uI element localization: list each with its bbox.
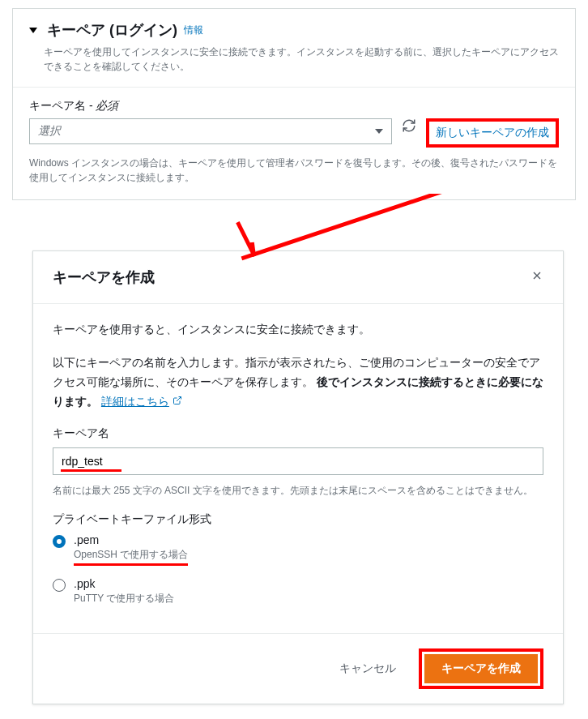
required-text: 必須: [96, 99, 118, 112]
file-format-radio-group: .pem OpenSSH で使用する場合 .ppk PuTTY で使用する場合: [53, 533, 543, 606]
modal-header: キーペアを作成: [33, 251, 563, 304]
annotation-highlight-create-btn: キーペアを作成: [419, 648, 543, 689]
radio-pem-desc: OpenSSH で使用する場合: [74, 548, 188, 562]
caret-down-icon[interactable]: [29, 28, 37, 33]
modal-title: キーペアを作成: [53, 267, 155, 287]
radio-pem-circle[interactable]: [53, 535, 66, 548]
field-label-text: キーペア名 -: [29, 99, 96, 112]
modal-instruction: 以下にキーペアの名前を入力します。指示が表示されたら、ご使用のコンピューターの安…: [53, 353, 543, 411]
info-link[interactable]: 情報: [184, 24, 203, 37]
keypair-name-input[interactable]: [53, 447, 543, 475]
keypair-name-label: キーペア名 - 必須: [29, 99, 559, 113]
modal-intro: キーペアを使用すると、インスタンスに安全に接続できます。: [53, 320, 543, 340]
refresh-icon[interactable]: [402, 118, 416, 135]
create-keypair-modal: キーペアを作成 キーペアを使用すると、インスタンスに安全に接続できます。 以下に…: [32, 250, 564, 704]
radio-ppk-label: .ppk: [74, 577, 174, 590]
learn-more-link[interactable]: 詳細はこちら: [101, 392, 182, 412]
external-link-icon: [173, 392, 182, 412]
annotation-highlight-create: 新しいキーペアの作成: [426, 118, 559, 148]
radio-pem[interactable]: .pem OpenSSH で使用する場合: [53, 533, 543, 566]
keypair-name-input-wrap: [53, 447, 543, 475]
radio-ppk-circle[interactable]: [53, 579, 66, 592]
radio-pem-label: .pem: [74, 533, 188, 546]
annotation-arrow: [12, 202, 576, 250]
file-format-label: プライベートキーファイル形式: [53, 512, 543, 527]
panel-body: キーペア名 - 必須 選択 新しいキーペアの作成 Windows インスタンスの…: [13, 87, 575, 199]
panel-header: キーペア (ログイン) 情報 キーペアを使用してインスタンスに安全に接続できます…: [13, 9, 575, 79]
create-keypair-link[interactable]: 新しいキーペアの作成: [436, 125, 549, 141]
modal-footer: キャンセル キーペアを作成: [33, 633, 563, 704]
radio-ppk[interactable]: .ppk PuTTY で使用する場合: [53, 577, 543, 606]
panel-title: キーペア (ログイン): [47, 20, 177, 40]
keypair-select[interactable]: 選択: [29, 118, 392, 144]
annotation-underline-pem: .pem OpenSSH で使用する場合: [74, 533, 188, 566]
cancel-button[interactable]: キャンセル: [330, 655, 406, 683]
keypair-name-help: 名前には最大 255 文字の ASCII 文字を使用できます。先頭または末尾にス…: [53, 483, 543, 498]
panel-description: キーペアを使用してインスタンスに安全に接続できます。インスタンスを起動する前に、…: [44, 45, 559, 74]
panel-title-row: キーペア (ログイン) 情報: [29, 20, 559, 40]
keypair-panel: キーペア (ログイン) 情報 キーペアを使用してインスタンスに安全に接続できます…: [12, 8, 576, 200]
close-button[interactable]: [530, 269, 543, 285]
chevron-down-icon: [375, 129, 383, 134]
select-row: 選択 新しいキーペアの作成: [29, 118, 559, 148]
windows-help-text: Windows インスタンスの場合は、キーペアを使用して管理者パスワードを復号し…: [29, 156, 559, 185]
learn-more-text: 詳細はこちら: [101, 392, 169, 412]
modal-body: キーペアを使用すると、インスタンスに安全に接続できます。 以下にキーペアの名前を…: [33, 304, 563, 633]
select-placeholder: 選択: [38, 124, 61, 139]
radio-ppk-desc: PuTTY で使用する場合: [74, 592, 174, 606]
keypair-name-field-label: キーペア名: [53, 426, 543, 441]
create-keypair-button[interactable]: キーペアを作成: [424, 654, 538, 683]
